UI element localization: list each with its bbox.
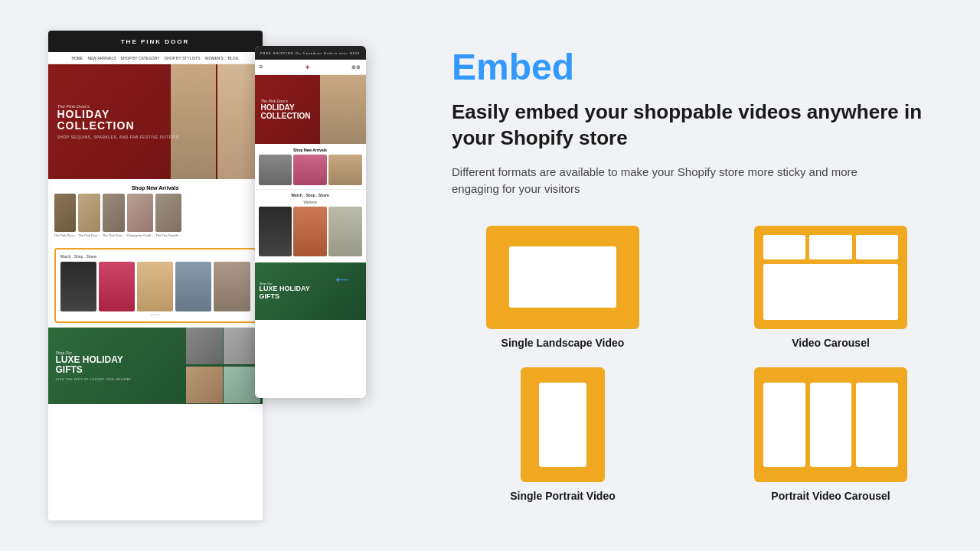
product-label-4: Christopher Gualt... bbox=[127, 233, 154, 237]
product-thumb-3: The Pink Door... bbox=[103, 194, 125, 237]
overlay-logo: ✚ bbox=[305, 64, 309, 70]
overlay-banner-text: FREE SHIPPING On Canadian Orders over $1… bbox=[260, 51, 360, 55]
product-image-5 bbox=[155, 194, 181, 232]
product-image-4 bbox=[127, 194, 154, 232]
site-menu: HOME NEW ARRIVALS SHOP BY CATEGORY SHOP … bbox=[48, 52, 263, 64]
product-label-3: The Pink Door... bbox=[103, 233, 125, 237]
main-desktop-screenshot: THE PINK DOOR HOME NEW ARRIVALS SHOP BY … bbox=[48, 31, 263, 520]
back-arrow-icon: ← bbox=[332, 267, 353, 291]
video-thumb-3 bbox=[137, 262, 173, 311]
holiday-images bbox=[186, 328, 263, 404]
holiday-section: Shop Our Luxe HolidayGifts Give the Gift… bbox=[48, 328, 263, 404]
portrait-carousel-icon bbox=[754, 367, 907, 482]
video-section: Watch . Shop . Share • • • • • bbox=[54, 248, 256, 323]
wss-title: Watch . Shop . Share bbox=[259, 193, 362, 197]
oHoliday-large: Luxe HolidayGifts bbox=[260, 285, 310, 301]
products-title: Shop New Arrivals bbox=[54, 185, 256, 191]
portrait-cell-1 bbox=[763, 383, 805, 467]
embed-description: Different formats are available to make … bbox=[452, 164, 880, 198]
carousel-cell-3 bbox=[856, 235, 898, 259]
video-thumbnails bbox=[60, 262, 250, 311]
overlay-hero-text: The Pink Door's HolidayCollection bbox=[261, 99, 311, 120]
menu-item: NEW ARRIVALS bbox=[87, 56, 116, 60]
menu-item: SHOP BY CATEGORY bbox=[121, 56, 160, 60]
holiday-text: Shop Our Luxe HolidayGifts Give the Gift… bbox=[56, 350, 132, 381]
overlay-product-1 bbox=[259, 155, 292, 185]
oht-large: HolidayCollection bbox=[261, 103, 311, 120]
product-image-1 bbox=[54, 194, 77, 232]
wss-video-3 bbox=[328, 207, 362, 256]
overlay-products: Shop New Arrivals bbox=[255, 144, 366, 189]
wss-videos bbox=[259, 207, 362, 256]
portrait-video-icon bbox=[521, 367, 605, 482]
portrait-label: Single Portrait Video bbox=[510, 490, 615, 502]
embed-subtitle: Easily embed your shoppable videos anywh… bbox=[452, 99, 942, 152]
hero-image-area bbox=[171, 64, 263, 179]
wss-video-1 bbox=[259, 207, 292, 256]
overlay-banner: FREE SHIPPING On Canadian Orders over $1… bbox=[255, 46, 366, 60]
portrait-carousel-label: Portrait Video Carousel bbox=[771, 490, 890, 502]
wss-label: Videos bbox=[259, 200, 362, 204]
video-section-title: Watch . Shop . Share bbox=[60, 254, 250, 259]
menu-item: BLOG bbox=[228, 56, 239, 60]
right-panel: Embed Easily embed your shoppable videos… bbox=[413, 0, 980, 551]
holiday-img-1 bbox=[186, 328, 223, 364]
site-nav: THE PINK DOOR bbox=[48, 31, 263, 52]
product-image-3 bbox=[103, 194, 125, 232]
formats-grid: Single Landscape Video Video Carousel Si… bbox=[452, 226, 942, 502]
holiday-img-3 bbox=[186, 367, 223, 403]
screenshot-container: THE PINK DOOR HOME NEW ARRIVALS SHOP BY … bbox=[48, 31, 366, 528]
landscape-video-icon bbox=[486, 226, 639, 329]
portrait-inner-box bbox=[539, 383, 586, 467]
holiday-title: Luxe HolidayGifts bbox=[56, 355, 132, 375]
overlay-nav: ≡ ✚ ⊕⊕ bbox=[255, 60, 366, 75]
video-carousel-icon bbox=[754, 226, 907, 329]
menu-item: HOME bbox=[71, 56, 83, 60]
landscape-label: Single Landscape Video bbox=[501, 337, 625, 349]
product-label-5: The Five Gazelle... bbox=[155, 233, 181, 237]
menu-item: WOMEN'S bbox=[205, 56, 224, 60]
search-icon: ⊕⊕ bbox=[351, 64, 361, 70]
carousel-top-row bbox=[763, 235, 898, 259]
hero-section: The Pink Door's HolidayCollection Shop S… bbox=[48, 64, 263, 179]
hero-title-small: The Pink Door's bbox=[57, 104, 179, 109]
portrait-cell-3 bbox=[856, 383, 898, 467]
holiday-subtitle: Give the Gift of Luxury This Holiday bbox=[56, 377, 132, 381]
landscape-inner-box bbox=[509, 246, 616, 308]
products-grid: The Pink Door... The Pink Door... The Pi… bbox=[54, 194, 256, 237]
video-thumb-4 bbox=[175, 262, 211, 311]
carousel-cell-2 bbox=[809, 235, 851, 259]
left-panel: THE PINK DOOR HOME NEW ARRIVALS SHOP BY … bbox=[0, 0, 413, 551]
portrait-cell-2 bbox=[810, 383, 852, 467]
hero-title-large: HolidayCollection bbox=[57, 109, 179, 132]
format-item-landscape: Single Landscape Video bbox=[452, 226, 674, 349]
product-thumb-2: The Pink Door... bbox=[78, 194, 100, 237]
overlay-hero: The Pink Door's HolidayCollection bbox=[255, 75, 366, 144]
overlay-product-3 bbox=[328, 155, 362, 185]
carousel-label: Video Carousel bbox=[792, 337, 870, 349]
wss-video-2 bbox=[293, 207, 327, 256]
format-item-portrait: Single Portrait Video bbox=[452, 367, 674, 502]
carousel-cell-1 bbox=[763, 235, 805, 259]
page-title: Embed bbox=[452, 49, 942, 86]
video-thumb-2 bbox=[99, 262, 135, 311]
site-logo: THE PINK DOOR bbox=[121, 38, 190, 45]
product-image-2 bbox=[78, 194, 100, 232]
video-thumb-1 bbox=[60, 262, 96, 311]
product-thumb-1: The Pink Door... bbox=[54, 194, 77, 237]
wss-section: Watch . Shop . Share Videos bbox=[255, 189, 366, 259]
overlay-holiday-text: Shop Our Luxe HolidayGifts bbox=[260, 282, 310, 301]
overlay-hero-image bbox=[320, 75, 366, 144]
hamburger-icon: ≡ bbox=[260, 64, 263, 70]
product-label-1: The Pink Door... bbox=[54, 233, 77, 237]
product-thumb-4: Christopher Gualt... bbox=[127, 194, 154, 237]
video-dots: • • • • • bbox=[60, 313, 250, 317]
products-section: Shop New Arrivals The Pink Door... The P… bbox=[48, 179, 263, 243]
back-arrow-container: ← bbox=[332, 267, 353, 292]
hero-subtitle: Shop Sequins, Sparkles, and Fab Festive … bbox=[57, 135, 179, 139]
video-thumb-5 bbox=[214, 262, 250, 311]
menu-item: SHOP BY STYLISTS bbox=[165, 56, 201, 60]
product-thumb-5: The Five Gazelle... bbox=[155, 194, 181, 237]
overlay-section-title: Shop New Arrivals bbox=[259, 148, 362, 152]
carousel-bottom-cell bbox=[763, 264, 898, 320]
